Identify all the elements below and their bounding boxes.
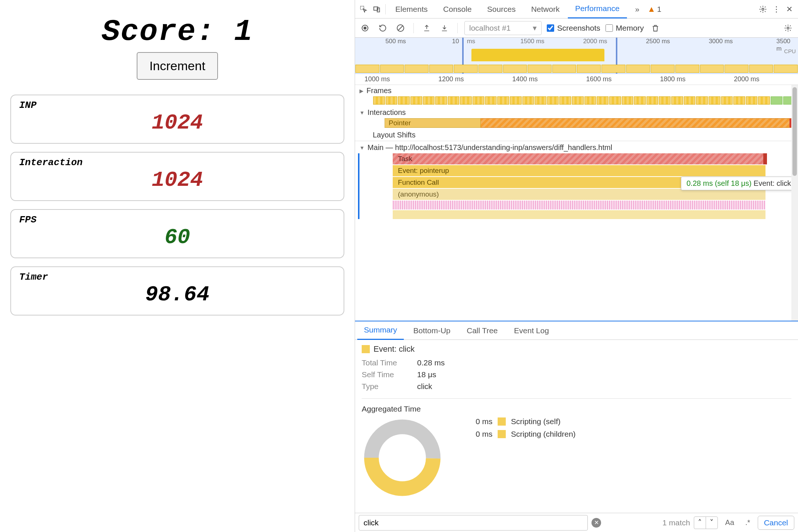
find-prev-button[interactable]: ˄: [694, 517, 706, 529]
ov-tick: 2500 ms: [646, 38, 670, 45]
record-button[interactable]: [359, 22, 371, 34]
btab-summary[interactable]: Summary: [357, 321, 404, 340]
metric-value: 60: [19, 225, 335, 249]
tl-tick: 1200 ms: [438, 75, 464, 83]
frames-label: Frames: [366, 86, 392, 95]
find-match-count: 1 match: [662, 518, 690, 527]
main-track-header[interactable]: ▼Main — http://localhost:5173/understand…: [355, 141, 798, 153]
flame-event-label: Event: pointerup: [398, 167, 449, 175]
legend-ms: 0 ms: [465, 417, 492, 426]
main-track-label: Main — http://localhost:5173/understandi…: [368, 143, 612, 152]
flame-anonymous[interactable]: (anonymous): [393, 189, 765, 200]
increment-button[interactable]: Increment: [137, 52, 218, 80]
vertical-scrollbar[interactable]: [791, 85, 798, 321]
self-time-label: Self Time: [362, 370, 410, 379]
close-icon[interactable]: ✕: [783, 3, 796, 16]
tab-elements[interactable]: Elements: [388, 0, 435, 18]
device-icon[interactable]: [371, 3, 383, 16]
case-sensitive-toggle[interactable]: Aa: [722, 517, 738, 528]
metric-value: 1024: [19, 168, 335, 192]
tabs-overflow[interactable]: »: [628, 0, 647, 18]
download-icon[interactable]: [438, 22, 451, 34]
metric-fps: FPS 60: [10, 209, 344, 258]
upload-icon[interactable]: [420, 22, 433, 34]
chevron-down-icon: ▾: [533, 24, 537, 33]
clear-button[interactable]: [394, 22, 407, 34]
color-swatch: [498, 417, 506, 426]
collapse-icon[interactable]: ▼: [359, 110, 365, 116]
ov-tick: 500 ms: [385, 38, 406, 45]
overview-minimap[interactable]: 500 ms 10 ms 1500 ms 2000 ms 2500 ms 300…: [355, 38, 798, 74]
memory-checkbox[interactable]: Memory: [606, 24, 644, 33]
pointer-interaction-bar[interactable]: Pointer: [385, 118, 795, 128]
flame-task[interactable]: Task: [393, 153, 765, 164]
interactions-label: Interactions: [368, 108, 406, 117]
score-title: Score: 1: [10, 15, 344, 49]
metric-value: 1024: [19, 111, 335, 135]
summary-title: Event: click: [362, 344, 791, 354]
metric-label: Interaction: [19, 157, 335, 168]
flame-func-label: Function Call: [398, 178, 439, 187]
flame-layout-row[interactable]: [393, 201, 765, 209]
find-bar: ✕ 1 match ˄ ˅ Aa .* Cancel: [355, 513, 798, 532]
regex-toggle[interactable]: .*: [741, 517, 754, 528]
btab-event-log[interactable]: Event Log: [507, 322, 556, 340]
svg-point-8: [787, 27, 789, 29]
warning-icon: ▲: [648, 4, 656, 14]
memory-input[interactable]: [606, 24, 613, 32]
tab-sources[interactable]: Sources: [480, 0, 523, 18]
flame-tooltip: 0.28 ms (self 18 μs) Event: click: [681, 177, 797, 190]
flame-children-row[interactable]: [393, 210, 765, 219]
gear-icon[interactable]: [782, 22, 794, 34]
kebab-icon[interactable]: ⋮: [770, 3, 782, 16]
frames-strip[interactable]: [373, 96, 795, 105]
reload-record-button[interactable]: [376, 22, 389, 34]
type-value: click: [417, 382, 791, 391]
gear-icon[interactable]: [757, 3, 769, 16]
layout-shifts-label: Layout Shifts: [373, 131, 416, 139]
color-swatch: [362, 345, 370, 353]
ov-tick: 3000 ms: [709, 38, 733, 45]
layout-shifts-header[interactable]: Layout Shifts: [355, 129, 798, 141]
memory-label: Memory: [616, 24, 644, 33]
tl-tick: 1000 ms: [364, 75, 390, 83]
interactions-track-header[interactable]: ▼Interactions: [355, 107, 798, 118]
timeline-ruler[interactable]: 1000 ms 1200 ms 1400 ms 1600 ms 1800 ms …: [355, 74, 798, 85]
screenshots-checkbox[interactable]: Screenshots: [547, 24, 600, 33]
metric-label: Timer: [19, 272, 335, 283]
expand-icon[interactable]: ▶: [359, 88, 364, 94]
find-cancel-button[interactable]: Cancel: [758, 516, 794, 530]
metric-label: INP: [19, 100, 335, 111]
total-time-label: Total Time: [362, 358, 410, 367]
find-input[interactable]: [359, 515, 588, 531]
inspect-icon[interactable]: [357, 3, 370, 16]
perf-toolbar: localhost #1▾ Screenshots Memory: [355, 18, 798, 38]
tab-network[interactable]: Network: [524, 0, 567, 18]
cpu-label: CPU: [784, 48, 796, 54]
warn-count: 1: [657, 5, 661, 14]
tab-console[interactable]: Console: [436, 0, 479, 18]
legend-row: 0 ms Scripting (children): [465, 430, 576, 439]
frames-track-header[interactable]: ▶Frames: [355, 85, 798, 96]
collapse-icon[interactable]: ▼: [359, 145, 365, 151]
gc-icon[interactable]: [649, 22, 662, 34]
clear-find-icon[interactable]: ✕: [591, 518, 601, 528]
btab-call-tree[interactable]: Call Tree: [460, 322, 504, 340]
svg-line-7: [398, 26, 403, 30]
legend-row: 0 ms Scripting (self): [465, 417, 576, 426]
ov-tick: 10: [452, 38, 459, 45]
aggregated-title: Aggregated Time: [362, 405, 791, 413]
screenshots-input[interactable]: [547, 24, 554, 32]
separator: [413, 23, 414, 33]
tab-performance[interactable]: Performance: [568, 0, 627, 18]
separator: [457, 23, 458, 33]
btab-bottom-up[interactable]: Bottom-Up: [407, 322, 457, 340]
recording-select[interactable]: localhost #1▾: [464, 21, 542, 35]
flame-chart[interactable]: ▶Frames ▼Interactions Pointer Layout Shi…: [355, 85, 798, 321]
tl-tick: 1600 ms: [586, 75, 611, 83]
flame-event-pointerup[interactable]: Event: pointerup: [393, 165, 765, 176]
flame-anon-label: (anonymous): [398, 190, 439, 198]
find-next-button[interactable]: ˅: [706, 517, 717, 529]
warnings-badge[interactable]: ▲1: [648, 4, 661, 14]
metric-inp: INP 1024: [10, 95, 344, 144]
